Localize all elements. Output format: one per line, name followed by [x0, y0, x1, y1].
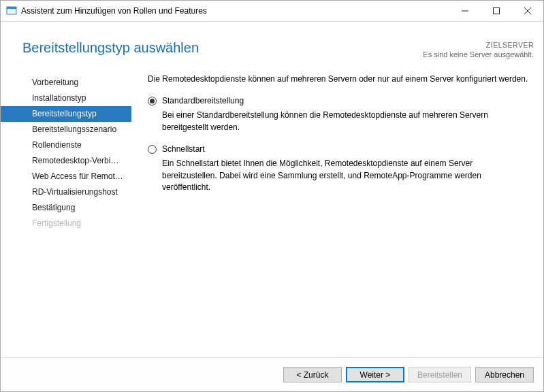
nav-item-rd-connection[interactable]: Remotedesktop-Verbindu... — [1, 153, 131, 169]
radio-icon[interactable] — [148, 97, 157, 105]
nav-item-completion: Fertigstellung — [1, 216, 131, 231]
next-button[interactable]: Weiter > — [346, 367, 404, 382]
nav-item-deployment-type[interactable]: Bereitstellungstyp — [1, 106, 131, 122]
page-title: Bereitstellungstyp auswählen — [22, 40, 423, 56]
option-quickstart-row[interactable]: Schnellstart — [148, 144, 528, 154]
radio-icon[interactable] — [148, 145, 157, 154]
back-button[interactable]: < Zurück — [283, 367, 342, 382]
option-quickstart-desc: Ein Schnellstart bietet Ihnen die Möglic… — [162, 158, 528, 193]
minimize-button[interactable] — [449, 1, 481, 21]
cancel-button[interactable]: Abbrechen — [475, 367, 534, 382]
intro-text: Die Remotedesktopdienste können auf mehr… — [148, 74, 528, 85]
option-standard: Standardbereitstellung Bei einer Standar… — [148, 96, 528, 133]
target-server-status: Es sind keine Server ausgewählt. — [423, 50, 534, 60]
target-server-label: ZIELSERVER — [423, 40, 534, 50]
target-server-info: ZIELSERVER Es sind keine Server ausgewäh… — [423, 40, 534, 60]
nav-item-role-services[interactable]: Rollendienste — [1, 137, 131, 153]
option-standard-desc: Bei einer Standardbereitstellung können … — [162, 110, 528, 133]
nav-item-preparation[interactable]: Vorbereitung — [1, 75, 131, 91]
main-content: Die Remotedesktopdienste können auf mehr… — [131, 69, 543, 357]
maximize-button[interactable] — [481, 1, 512, 21]
option-quickstart-label: Schnellstart — [162, 144, 205, 154]
svg-rect-1 — [7, 7, 16, 9]
wizard-nav: Vorbereitung Installationstyp Bereitstel… — [1, 69, 131, 357]
deploy-button: Bereitstellen — [409, 367, 471, 382]
titlebar: Assistent zum Hinzufügen von Rollen und … — [1, 1, 543, 22]
nav-item-confirmation[interactable]: Bestätigung — [1, 200, 131, 216]
page-header: Bereitstellungstyp auswählen ZIELSERVER … — [1, 22, 543, 60]
nav-item-deployment-scenario[interactable]: Bereitstellungsszenario — [1, 122, 131, 137]
option-standard-row[interactable]: Standardbereitstellung — [148, 96, 528, 105]
close-button[interactable] — [512, 1, 543, 21]
option-quickstart: Schnellstart Ein Schnellstart bietet Ihn… — [148, 144, 528, 193]
nav-item-install-type[interactable]: Installationstyp — [1, 91, 131, 106]
window-title: Assistent zum Hinzufügen von Rollen und … — [21, 6, 449, 16]
svg-rect-3 — [494, 8, 500, 14]
window-controls — [449, 1, 543, 21]
nav-item-rd-web-access[interactable]: Web Access für Remoted... — [1, 169, 131, 184]
window-icon — [6, 5, 17, 16]
wizard-footer: < Zurück Weiter > Bereitstellen Abbreche… — [1, 357, 543, 391]
option-standard-label: Standardbereitstellung — [162, 96, 244, 105]
nav-item-rd-virtualization-host[interactable]: RD-Virtualisierungshost — [1, 184, 131, 200]
